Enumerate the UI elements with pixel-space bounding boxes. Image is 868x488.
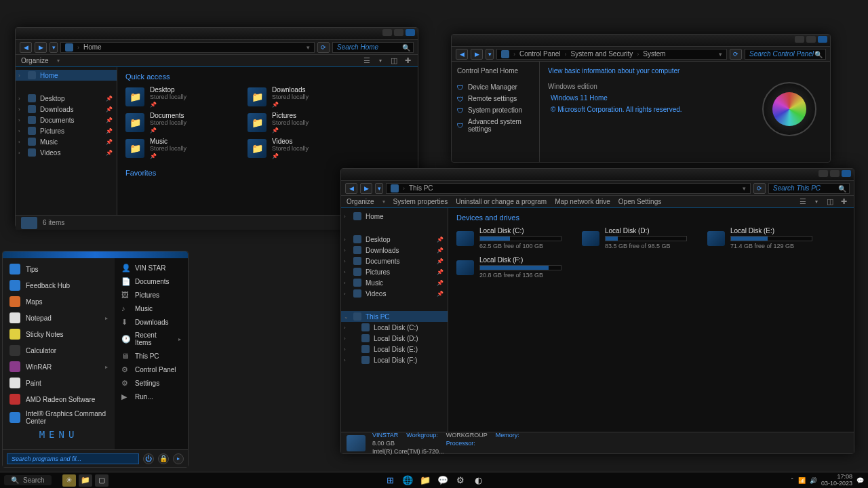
start-app-item[interactable]: WinRAR ▸ xyxy=(3,359,115,375)
close-button[interactable] xyxy=(406,29,415,36)
chevron-down-icon[interactable]: ▾ xyxy=(307,44,310,51)
titlebar[interactable] xyxy=(341,169,854,181)
search-box[interactable]: Search Home 🔍 xyxy=(332,42,414,53)
quick-access-item[interactable]: 📁 Desktop Stored locally 📌 xyxy=(125,86,234,108)
address-bar[interactable]: › Control Panel › System and Security › … xyxy=(496,49,727,60)
close-button[interactable] xyxy=(842,170,851,177)
address-bar[interactable]: › Home ▾ xyxy=(60,42,315,53)
drive-item[interactable]: Local Disk (F:) 20.8 GB free of 136 GB xyxy=(456,256,561,279)
taskbar-app[interactable]: ◐ xyxy=(471,474,485,487)
search-box[interactable]: Search Control Panel 🔍 xyxy=(745,49,826,60)
tray-notifications-icon[interactable]: 💬 xyxy=(856,477,864,484)
start-search[interactable]: Search programs and fil... xyxy=(7,453,139,464)
sidebar-item[interactable]: › Pictures 📌 xyxy=(341,266,448,277)
chevron-down-icon[interactable]: ▾ xyxy=(376,57,385,65)
view-list-icon[interactable]: ☰ xyxy=(798,198,808,206)
quick-access-item[interactable]: 📁 Pictures Stored locally 📌 xyxy=(248,112,356,134)
taskbar-search[interactable]: 🔍 Search xyxy=(4,475,52,485)
taskbar-app[interactable]: ▢ xyxy=(95,474,108,487)
uninstall-program[interactable]: Uninstall or change a program xyxy=(456,198,547,205)
titlebar[interactable] xyxy=(16,28,418,40)
start-place-item[interactable]: ⚙ Control Panel xyxy=(115,363,188,376)
maximize-button[interactable] xyxy=(806,36,816,43)
quick-access-item[interactable]: 📁 Videos Stored locally 📌 xyxy=(248,138,356,159)
tray-network-icon[interactable]: 📶 xyxy=(798,477,806,484)
start-app-item[interactable]: Paint xyxy=(3,375,115,391)
maximize-button[interactable] xyxy=(830,170,840,177)
power-menu[interactable]: ▸ xyxy=(173,453,184,464)
sidebar-item[interactable]: › Music 📌 xyxy=(16,136,117,147)
taskbar-clock[interactable]: 17:08 03-10-2023 xyxy=(821,474,852,487)
preview-pane-icon[interactable]: ◫ xyxy=(825,198,835,206)
history-dropdown[interactable]: ▾ xyxy=(50,42,58,53)
open-settings[interactable]: Open Settings xyxy=(618,198,661,205)
view-list-icon[interactable]: ☰ xyxy=(362,57,372,65)
sidebar-item[interactable]: › Downloads 📌 xyxy=(341,245,448,256)
start-app-item[interactable]: AMD Radeon Software xyxy=(3,391,115,407)
start-place-item[interactable]: 👤 VIN STAR xyxy=(115,261,188,274)
taskbar-edge[interactable]: 🌐 xyxy=(401,474,414,487)
tray-chevron-icon[interactable]: ˄ xyxy=(791,477,794,484)
sidebar-item[interactable]: › Desktop 📌 xyxy=(16,93,117,104)
cp-sidebar-link[interactable]: 🛡 Device Manager xyxy=(457,81,534,93)
start-app-item[interactable]: Intel® Graphics Command Center xyxy=(3,407,115,428)
taskbar-widget[interactable]: ☀ xyxy=(62,474,76,487)
start-app-item[interactable]: Feedback Hub xyxy=(3,277,115,293)
start-place-item[interactable]: 🖥 This PC xyxy=(115,349,188,363)
start-place-item[interactable]: ⚙ Settings xyxy=(115,376,188,390)
drive-item[interactable]: Local Disk (C:) 62.5 GB free of 100 GB xyxy=(456,227,561,249)
lock-button[interactable]: 🔒 xyxy=(158,453,169,464)
back-button[interactable]: ◀ xyxy=(20,42,32,53)
sidebar-item[interactable]: › Videos 📌 xyxy=(341,288,448,299)
start-app-item[interactable]: Notepad ▸ xyxy=(3,310,115,326)
quick-access-item[interactable]: 📁 Downloads Stored locally 📌 xyxy=(248,86,356,108)
start-button[interactable]: ⊞ xyxy=(383,474,397,487)
breadcrumb-segment[interactable]: Control Panel xyxy=(519,50,561,58)
details-pane-icon[interactable]: ✚ xyxy=(403,57,412,65)
breadcrumb-segment[interactable]: System and Security xyxy=(571,50,633,58)
sidebar-this-pc[interactable]: ⌄ This PC xyxy=(341,311,448,322)
chevron-down-icon[interactable]: ▾ xyxy=(812,198,821,206)
preview-pane-icon[interactable]: ◫ xyxy=(389,57,399,65)
sidebar-home[interactable]: › Home xyxy=(16,70,117,81)
tray-volume-icon[interactable]: 🔊 xyxy=(810,477,817,484)
map-network-drive[interactable]: Map network drive xyxy=(555,198,610,205)
refresh-button[interactable]: ⟳ xyxy=(753,183,766,194)
power-button[interactable]: ⏻ xyxy=(143,453,154,464)
taskbar-app[interactable]: 📁 xyxy=(79,474,92,487)
history-dropdown[interactable]: ▾ xyxy=(375,183,383,194)
forward-button[interactable]: ▶ xyxy=(471,49,483,60)
drive-item[interactable]: Local Disk (D:) 83.5 GB free of 98.5 GB xyxy=(582,227,687,249)
history-dropdown[interactable]: ▾ xyxy=(486,49,494,60)
address-segment[interactable]: This PC xyxy=(409,184,433,192)
chevron-down-icon[interactable]: ▾ xyxy=(719,51,722,58)
cp-sidebar-link[interactable]: 🛡 Advanced system settings xyxy=(457,116,534,135)
quick-access-item[interactable]: 📁 Documents Stored locally 📌 xyxy=(125,112,234,134)
chevron-down-icon[interactable]: ▾ xyxy=(743,185,746,192)
start-app-item[interactable]: Sticky Notes xyxy=(3,326,115,342)
organize-menu[interactable]: Organize xyxy=(347,198,374,205)
start-place-item[interactable]: 📄 Documents xyxy=(115,274,188,288)
refresh-button[interactable]: ⟳ xyxy=(317,42,330,53)
back-button[interactable]: ◀ xyxy=(345,183,357,194)
cp-sidebar-link[interactable]: 🛡 Remote settings xyxy=(457,93,534,104)
sidebar-item[interactable]: › Documents 📌 xyxy=(16,115,117,125)
sidebar-home[interactable]: › Home xyxy=(341,211,448,222)
forward-button[interactable]: ▶ xyxy=(35,42,47,53)
refresh-button[interactable]: ⟳ xyxy=(730,49,742,60)
sidebar-item[interactable]: › Videos 📌 xyxy=(16,147,117,158)
sidebar-item[interactable]: › Desktop 📌 xyxy=(341,234,448,245)
sidebar-item[interactable]: › Music 📌 xyxy=(341,277,448,288)
cp-sidebar-link[interactable]: 🛡 System protection xyxy=(457,104,534,116)
start-place-item[interactable]: ♪ Music xyxy=(115,302,188,315)
breadcrumb-segment[interactable]: System xyxy=(643,50,665,58)
start-place-item[interactable]: 🕐 Recent Items ▸ xyxy=(115,329,188,349)
start-app-item[interactable]: Maps xyxy=(3,293,115,310)
address-segment[interactable]: Home xyxy=(83,43,102,51)
start-place-item[interactable]: 🖼 Pictures xyxy=(115,288,188,302)
sidebar-disk[interactable]: › Local Disk (F:) xyxy=(341,354,448,365)
sidebar-item[interactable]: › Documents 📌 xyxy=(341,256,448,266)
sidebar-item[interactable]: › Downloads 📌 xyxy=(16,104,117,115)
start-app-item[interactable]: Tips xyxy=(3,261,115,277)
sidebar-item[interactable]: › Pictures 📌 xyxy=(16,125,117,136)
